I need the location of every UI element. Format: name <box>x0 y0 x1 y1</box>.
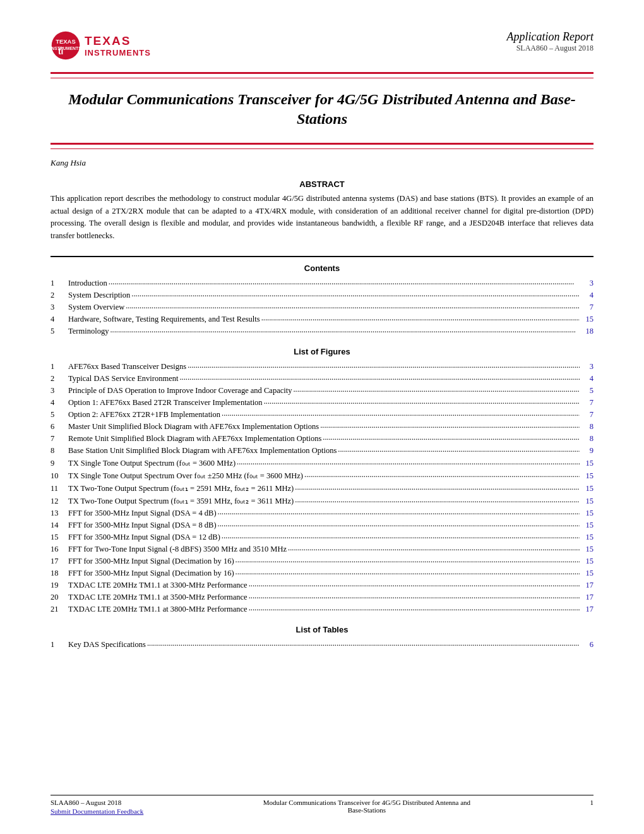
toc-dots <box>264 397 580 407</box>
toc-label: TXDAC LTE 20MHz TM1.1 at 3300-MHz Perfor… <box>68 581 247 590</box>
svg-text:ti: ti <box>58 47 63 56</box>
doc-id-date: SLAA860 – August 2018 <box>507 44 593 53</box>
toc-page[interactable]: 8 <box>581 422 593 432</box>
abstract-section: ABSTRACT This application report describ… <box>51 179 593 242</box>
toc-num: 16 <box>51 545 68 554</box>
toc-page[interactable]: 4 <box>581 374 593 384</box>
toc-page[interactable]: 8 <box>581 434 593 444</box>
toc-num: 4 <box>51 398 68 408</box>
tables-heading: List of Tables <box>51 625 593 634</box>
figures-list: 1AFE76xx Based Transceiver Designs32Typi… <box>51 361 593 616</box>
footer-left: SLAA860 – August 2018 Submit Documentati… <box>51 799 143 815</box>
toc-item: 7Remote Unit Simplified Block Diagram wi… <box>51 433 593 445</box>
toc-page[interactable]: 15 <box>581 497 593 506</box>
toc-num: 19 <box>51 581 68 590</box>
toc-label: TXDAC LTE 20MHz TM1.1 at 3500-MHz Perfor… <box>68 593 247 602</box>
page: TEXAS INSTRUMENTS ti TEXAS INSTRUMENTS A… <box>0 0 644 834</box>
toc-item: 13FFT for 3500-MHz Input Signal (DSA = 4… <box>51 508 593 520</box>
toc-page[interactable]: 3 <box>581 362 593 372</box>
toc-page[interactable]: 17 <box>581 581 593 590</box>
toc-num: 3 <box>51 303 68 312</box>
toc-item: 1Introduction3 <box>51 278 593 290</box>
page-header: TEXAS INSTRUMENTS ti TEXAS INSTRUMENTS A… <box>51 30 593 61</box>
toc-dots <box>218 507 580 517</box>
toc-num: 8 <box>51 446 68 456</box>
toc-item: 3System Overview7 <box>51 302 593 314</box>
ti-logo-svg: TEXAS INSTRUMENTS ti <box>51 30 81 61</box>
toc-page[interactable]: 9 <box>581 446 593 456</box>
footer-doc-title: Modular Communications Transceiver for 4… <box>263 799 470 814</box>
toc-page[interactable]: 15 <box>581 459 593 468</box>
toc-item: 12TX Two-Tone Output Spectrum (f₀ᵤₜ₁ = 3… <box>51 495 593 508</box>
toc-item: 16FFT for Two-Tone Input Signal (-8 dBFS… <box>51 544 593 556</box>
toc-dots <box>188 361 580 371</box>
toc-label: Key DAS Specifications <box>68 640 146 650</box>
toc-label: Master Unit Simplified Block Diagram wit… <box>68 422 319 432</box>
toc-item: 10TX Single Tone Output Spectrum Over f₀… <box>51 470 593 483</box>
toc-page[interactable]: 15 <box>581 509 593 518</box>
toc-item: 18FFT for 3500-MHz Input Signal (Decimat… <box>51 568 593 580</box>
section-divider-1 <box>51 256 593 257</box>
toc-page[interactable]: 15 <box>581 533 593 542</box>
toc-page[interactable]: 15 <box>581 471 593 481</box>
toc-page[interactable]: 7 <box>581 398 593 408</box>
toc-page[interactable]: 15 <box>581 545 593 554</box>
toc-item: 1AFE76xx Based Transceiver Designs3 <box>51 361 593 373</box>
toc-label: System Description <box>68 291 130 300</box>
toc-dots <box>320 421 580 431</box>
toc-dots <box>222 409 580 419</box>
logo-texas: TEXAS <box>85 34 151 48</box>
toc-num: 7 <box>51 434 68 444</box>
toc-num: 10 <box>51 471 68 481</box>
toc-dots <box>109 277 580 287</box>
toc-dots <box>295 495 580 505</box>
footer-page-num: 1 <box>590 799 594 806</box>
toc-item: 9TX Single Tone Output Spectrum (f₀ᵤₜ = … <box>51 457 593 470</box>
submit-feedback-link[interactable]: Submit Documentation Feedback <box>51 807 143 815</box>
toc-page[interactable]: 15 <box>581 315 593 324</box>
document-title: Modular Communications Transceiver for 4… <box>51 90 593 129</box>
toc-dots <box>218 519 580 529</box>
footer-doc-id: SLAA860 – August 2018 <box>51 799 143 806</box>
toc-page[interactable]: 3 <box>581 279 593 288</box>
toc-dots <box>249 603 580 613</box>
toc-page[interactable]: 15 <box>581 484 593 493</box>
toc-label: Remote Unit Simplified Block Diagram wit… <box>68 434 321 444</box>
toc-item: 2System Description4 <box>51 290 593 302</box>
toc-label: FFT for 3500-MHz Input Signal (DSA = 4 d… <box>68 509 217 518</box>
svg-text:TEXAS: TEXAS <box>56 38 75 45</box>
toc-dots <box>261 313 580 323</box>
toc-label: Option 2: AFE76xx 2T2R+1FB Implementatio… <box>68 410 220 420</box>
toc-num: 17 <box>51 557 68 566</box>
toc-page[interactable]: 17 <box>581 593 593 602</box>
toc-page[interactable]: 18 <box>581 327 593 336</box>
toc-page[interactable]: 17 <box>581 605 593 614</box>
toc-num: 21 <box>51 605 68 614</box>
toc-num: 12 <box>51 497 68 506</box>
toc-page[interactable]: 5 <box>581 386 593 396</box>
app-report-info: Application Report SLAA860 – August 2018 <box>507 30 593 53</box>
toc-item: 6Master Unit Simplified Block Diagram wi… <box>51 421 593 433</box>
toc-page[interactable]: 15 <box>581 521 593 530</box>
toc-page[interactable]: 6 <box>581 640 593 650</box>
toc-page[interactable]: 15 <box>581 569 593 578</box>
toc-dots <box>179 373 580 383</box>
toc-label: FFT for 3500-MHz Input Signal (DSA = 12 … <box>68 533 220 542</box>
toc-dots <box>222 531 580 541</box>
toc-label: Base Station Unit Simplified Block Diagr… <box>68 446 337 456</box>
toc-item: 17FFT for 3500-MHz Input Signal (Decimat… <box>51 556 593 568</box>
toc-page[interactable]: 15 <box>581 557 593 566</box>
tables-section: List of Tables 1Key DAS Specifications6 <box>51 625 593 651</box>
toc-list: 1Introduction32System Description43Syste… <box>51 278 593 338</box>
toc-dots <box>110 325 580 335</box>
toc-page[interactable]: 7 <box>581 303 593 312</box>
toc-label: TXDAC LTE 20MHz TM1.1 at 3800-MHz Perfor… <box>68 605 247 614</box>
toc-num: 2 <box>51 374 68 384</box>
ti-logo: TEXAS INSTRUMENTS ti TEXAS INSTRUMENTS <box>51 30 151 61</box>
toc-dots <box>338 445 580 455</box>
toc-page[interactable]: 4 <box>581 291 593 300</box>
toc-num: 15 <box>51 533 68 542</box>
toc-label: TX Single Tone Output Spectrum Over f₀ᵤₜ… <box>68 471 303 481</box>
toc-label: TX Single Tone Output Spectrum (f₀ᵤₜ = 3… <box>68 458 236 468</box>
toc-page[interactable]: 7 <box>581 410 593 420</box>
